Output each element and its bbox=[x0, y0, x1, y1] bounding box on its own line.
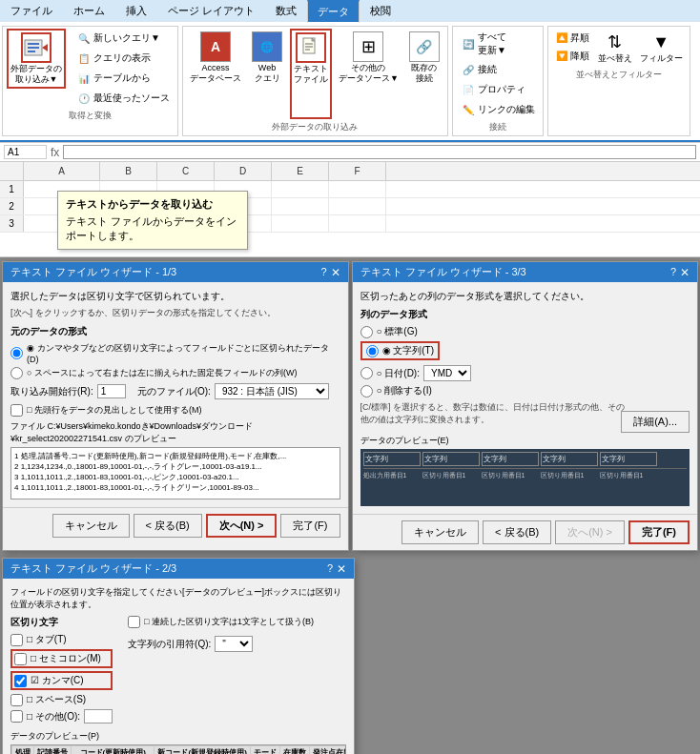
from-table-button[interactable]: 📊 テーブルから bbox=[72, 69, 174, 88]
wizard1-radio1[interactable]: ◉ カンマやタブなどの区切り文字によってフィールドごとに区切られたデータ(D) bbox=[10, 342, 340, 364]
wizard1-radio2[interactable]: ○ スペースによって右または左に揃えられた固定長フィールドの列(W) bbox=[10, 367, 340, 379]
sort-icon: ⇅ bbox=[607, 31, 622, 52]
existing-conn-icon: 🔗 bbox=[409, 31, 440, 62]
group-connections: 🔄 すべて更新▼ 🔗 接続 📄 プロパティ ✏️ リンクの編集 bbox=[452, 26, 544, 136]
wizard1-cancel-btn[interactable]: キャンセル bbox=[52, 514, 130, 538]
group-label-conn: 接続 bbox=[489, 121, 506, 133]
cell-f2[interactable] bbox=[329, 198, 386, 214]
cell-f3[interactable] bbox=[329, 215, 386, 232]
other-sources-button[interactable]: ⊞ その他のデータソース▼ bbox=[336, 29, 401, 119]
wizard3-cancel-btn[interactable]: キャンセル bbox=[401, 520, 479, 544]
web-query-button[interactable]: 🌐 Webクエリ bbox=[248, 29, 286, 119]
wizard2-titlebar: テキスト ファイル ウィザード - 2/3 ? ✕ bbox=[3, 559, 354, 579]
col-header-6: 発注点在庫数 bbox=[309, 746, 346, 755]
row-start-input[interactable] bbox=[97, 384, 126, 398]
group-label-sort: 並べ替えとフィルター bbox=[576, 69, 662, 81]
other-delimiter-input[interactable] bbox=[84, 709, 113, 723]
col-header-1: 記請番号 bbox=[34, 746, 72, 755]
tab-formulas[interactable]: 数式 bbox=[265, 0, 307, 22]
filter-button[interactable]: ▼ フィルター bbox=[637, 30, 686, 67]
wizard3-preview: 文字列 文字列 文字列 文字列 文字列 処出力用番目1 区切り用番目1 区切り用… bbox=[360, 449, 690, 506]
other-sources-label: その他のデータソース▼ bbox=[339, 63, 399, 84]
wizard1-titlebar: テキスト ファイル ウィザード - 1/3 ? ✕ bbox=[3, 262, 348, 282]
tab-home[interactable]: ホーム bbox=[63, 0, 115, 22]
wizard3-titlebar: テキスト ファイル ウィザード - 3/3 ? ✕ bbox=[353, 262, 698, 282]
date-format-select[interactable]: YMD bbox=[423, 365, 471, 381]
col-header-5: 在庫数 bbox=[279, 746, 309, 755]
text-file-button[interactable]: テキストファイル bbox=[290, 29, 332, 119]
tab-review[interactable]: 校閲 bbox=[360, 0, 401, 22]
wizard1-title: テキスト ファイル ウィザード - 1/3 bbox=[10, 265, 176, 279]
wizard2-check-comma[interactable]: ☑ カンマ(C) bbox=[10, 671, 113, 690]
tab-file[interactable]: ファイル bbox=[0, 0, 63, 22]
connections-button[interactable]: 🔗 接続 bbox=[457, 60, 539, 79]
wizard2-check-space[interactable]: □ スペース(S) bbox=[10, 693, 113, 706]
existing-connection-button[interactable]: 🔗 既存の接続 bbox=[405, 29, 443, 119]
wizard-row-1: テキスト ファイル ウィザード - 1/3 ? ✕ 選択したデータは区切り文字で… bbox=[0, 257, 700, 555]
col-F-header: F bbox=[329, 162, 386, 180]
wizard1-next-btn[interactable]: 次へ(N) > bbox=[206, 514, 278, 538]
wizard1-back-btn[interactable]: < 戻る(B) bbox=[134, 514, 202, 538]
edit-links-button[interactable]: ✏️ リンクの編集 bbox=[457, 100, 539, 119]
access-db-button[interactable]: A Accessデータベース bbox=[187, 29, 244, 119]
tooltip-body: テキスト ファイルからデータをインポートします。 bbox=[66, 214, 239, 243]
wizard1-footer: キャンセル < 戻る(B) 次へ(N) > 完了(F) bbox=[3, 507, 348, 543]
cell-e1[interactable] bbox=[272, 181, 329, 197]
wizard3-next-btn[interactable]: 次へ(N) > bbox=[555, 520, 625, 544]
external-data-icon bbox=[21, 32, 51, 63]
wizard3-radio-date[interactable]: ○ 日付(D): YMD bbox=[360, 365, 690, 381]
wizard1-finish-btn[interactable]: 完了(F) bbox=[280, 514, 340, 538]
recent-sources-button[interactable]: 🕐 最近使ったソース bbox=[72, 89, 174, 108]
cell-e3[interactable] bbox=[272, 215, 329, 232]
external-data-button[interactable]: 外部データの取り込み▼ bbox=[7, 29, 66, 89]
sort-button[interactable]: ⇅ 並べ替え bbox=[595, 29, 635, 67]
file-origin-select[interactable]: 932 : 日本語 (JIS) bbox=[215, 383, 329, 399]
wizard2-check-semicolon[interactable]: □ セミコロン(M) bbox=[10, 649, 113, 668]
wizard1-close[interactable]: ✕ bbox=[331, 266, 340, 279]
wizard3-radio-skip[interactable]: ○ 削除する(I) bbox=[360, 384, 690, 397]
tab-data[interactable]: データ bbox=[307, 0, 360, 23]
other-sources-icon: ⊞ bbox=[353, 31, 383, 62]
wizard3-back-btn[interactable]: < 戻る(B) bbox=[483, 520, 551, 544]
refresh-all-button[interactable]: 🔄 すべて更新▼ bbox=[457, 29, 539, 59]
external-data-label: 外部データの取り込み▼ bbox=[10, 64, 62, 85]
wizard1-preview-label: ファイル C:¥Users¥kimeko.kondoき¥Downloads¥ダウ… bbox=[10, 420, 340, 445]
wizard1-radio-group: ◉ カンマやタブなどの区切り文字によってフィールドごとに区切られたデータ(D) … bbox=[10, 342, 340, 379]
wizard1-next-instr: [次へ] をクリックするか、区切りデータの形式を指定してください。 bbox=[10, 307, 340, 319]
wizard2-check-other[interactable]: □ その他(O): bbox=[10, 709, 113, 723]
show-query-button[interactable]: 📋 クエリの表示 bbox=[72, 49, 174, 68]
link-icon: ✏️ bbox=[461, 102, 476, 117]
col-A-header: A bbox=[24, 162, 100, 180]
name-box[interactable] bbox=[4, 145, 47, 159]
wizard3-finish-btn[interactable]: 完了(F) bbox=[628, 520, 690, 544]
sort-asc-button[interactable]: 🔼 昇順 bbox=[552, 30, 593, 47]
cell-f1[interactable] bbox=[329, 181, 386, 197]
show-query-icon: 📋 bbox=[76, 51, 92, 66]
properties-button[interactable]: 📄 プロパティ bbox=[457, 80, 539, 99]
formula-input[interactable] bbox=[63, 145, 696, 159]
wizard3-detail-btn[interactable]: 詳細(A)... bbox=[621, 411, 690, 433]
wizard3-radio-text[interactable]: ◉ 文字列(T) bbox=[360, 341, 441, 360]
new-query-button[interactable]: 🔍 新しいクエリ▼ bbox=[72, 29, 174, 48]
wizard3-close[interactable]: ✕ bbox=[680, 266, 690, 279]
web-label: Webクエリ bbox=[255, 63, 280, 84]
ribbon-tab-bar: ファイル ホーム 挿入 ページ レイアウト 数式 データ 校閲 bbox=[0, 0, 700, 22]
text-file-label: テキストファイル bbox=[294, 64, 328, 85]
wizard1-header-check[interactable]: □ 先頭行をデータの見出しとして使用する(M) bbox=[10, 404, 340, 417]
wizard2-consecutive-check[interactable]: □ 連続した区切り文字は1文字として扱う(B) bbox=[128, 616, 314, 628]
wizard1-desc: 選択したデータは区切り文字で区切られています。 bbox=[10, 290, 340, 303]
wizard2-close[interactable]: ✕ bbox=[337, 562, 346, 576]
wizard-2-dialog: テキスト ファイル ウィザード - 2/3 ? ✕ フィールドの区切り文字を指定… bbox=[2, 558, 355, 754]
wizard3-radio-general[interactable]: ○ 標準(G) bbox=[360, 325, 690, 338]
wizard2-check-tab[interactable]: □ タブ(T) bbox=[10, 633, 113, 646]
tab-insert[interactable]: 挿入 bbox=[115, 0, 157, 22]
wizard2-delimiters-label: 区切り文字 bbox=[10, 616, 113, 629]
access-icon: A bbox=[200, 31, 231, 62]
cell-e2[interactable] bbox=[272, 198, 329, 214]
wizard2-qualifier-select[interactable]: " bbox=[215, 636, 253, 652]
text-file-icon bbox=[296, 32, 326, 63]
col-B-header: B bbox=[100, 162, 157, 180]
tab-page-layout[interactable]: ページ レイアウト bbox=[157, 0, 265, 22]
sort-desc-button[interactable]: 🔽 降順 bbox=[552, 48, 593, 65]
formula-bar: fx bbox=[0, 143, 700, 162]
